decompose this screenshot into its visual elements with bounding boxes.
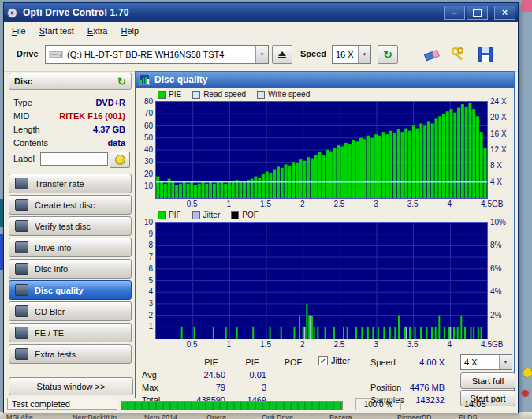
- taskbar-item[interactable]: Pazera: [329, 413, 352, 419]
- sidebar-button-label: Transfer rate: [35, 179, 84, 189]
- taskbar-item[interactable]: PioneerBD: [397, 413, 432, 419]
- desktop-icon[interactable]: [523, 368, 532, 378]
- axis-tick: 2: [293, 340, 312, 349]
- sidebar-button-label: Create test disc: [35, 200, 95, 210]
- desktop-fragment: [522, 0, 532, 12]
- legend-label: Read speed: [203, 90, 246, 99]
- window-title: Opti Drive Control 1.70: [23, 7, 129, 18]
- stats-col-pof: POF: [279, 357, 307, 367]
- max-pif-value: 3: [230, 383, 266, 392]
- test-speed-select[interactable]: 4 X ▼: [460, 354, 512, 370]
- axis-tick: 4: [440, 200, 459, 208]
- axis-tick: 10: [137, 218, 153, 226]
- chart-icon: [139, 74, 150, 85]
- titlebar: Opti Drive Control 1.70 – ×: [4, 3, 518, 22]
- progress-fill: [121, 402, 342, 410]
- menu-file[interactable]: File: [12, 26, 26, 36]
- sidebar-button-label: Verify test disc: [35, 222, 91, 231]
- progress-bar: [121, 401, 343, 410]
- license-keys-button[interactable]: [447, 43, 471, 66]
- drive-icon: [49, 49, 63, 60]
- axis-tick: 1: [219, 200, 238, 208]
- disc-quality-panel: Disc quality PIERead speedWrite speed PI…: [135, 71, 515, 398]
- sidebar-button-cd-bler[interactable]: CD Bler: [9, 301, 132, 321]
- disc-label-input[interactable]: [40, 152, 108, 166]
- close-button[interactable]: ×: [494, 6, 515, 20]
- verify-test-disc-icon: [15, 220, 28, 232]
- write-label-button[interactable]: [110, 152, 130, 168]
- start-full-button[interactable]: Start full: [460, 372, 515, 389]
- pie-chart: [155, 101, 488, 199]
- axis-tick: 9: [137, 230, 153, 238]
- taskbar-item[interactable]: Nero 2014: [144, 413, 177, 419]
- dropdown-arrow-icon[interactable]: ▼: [358, 46, 370, 63]
- axis-tick: 4: [137, 287, 153, 296]
- dropdown-arrow-icon[interactable]: ▼: [499, 355, 512, 369]
- disc-refresh-icon[interactable]: ↻: [117, 76, 126, 88]
- stats-avg-label: Avg: [142, 370, 157, 380]
- menu-extra[interactable]: Extra: [87, 26, 108, 36]
- sidebar-button-label: Disc info: [35, 264, 68, 274]
- stats-col-pie: PIE: [197, 357, 225, 367]
- disc-type-value: DVD+R: [43, 98, 125, 107]
- sidebar-button-transfer-rate[interactable]: Transfer rate: [9, 174, 132, 193]
- taskbar-item[interactable]: Opti Drive: [262, 413, 293, 419]
- jitter-checkbox[interactable]: ✓ Jitter: [318, 356, 350, 365]
- sidebar-button-extra-tests[interactable]: Extra tests: [9, 344, 132, 364]
- result-speed-value: 4.00 X: [396, 357, 445, 367]
- save-icon: [477, 46, 494, 63]
- refresh-button[interactable]: ↻: [378, 45, 398, 64]
- axis-tick: 3.5: [404, 200, 422, 208]
- taskbar-item[interactable]: Opera: [206, 413, 226, 419]
- axis-tick: GB: [492, 340, 503, 349]
- legend-label: PIE: [169, 90, 181, 99]
- sidebar-button-disc-info[interactable]: Disc info: [9, 259, 132, 279]
- axis-tick: 3.5: [404, 340, 422, 349]
- minimize-icon: –: [452, 7, 457, 18]
- save-button[interactable]: [474, 43, 497, 66]
- sidebar-button-label: Extra tests: [35, 350, 76, 359]
- axis-tick: 8: [137, 241, 153, 249]
- status-window-button[interactable]: Status window >>: [9, 377, 133, 395]
- legend-label: POF: [242, 211, 259, 219]
- taskbar-item[interactable]: NeroBackItUp: [73, 413, 117, 419]
- axis-tick: 10%: [490, 218, 506, 226]
- sidebar-button-label: CD Bler: [35, 307, 65, 316]
- axis-tick: 1: [219, 340, 238, 349]
- dropdown-arrow-icon[interactable]: ▼: [255, 46, 268, 63]
- transfer-rate-icon: [15, 178, 28, 189]
- eject-button[interactable]: [272, 45, 292, 64]
- sidebar-button-fe-te[interactable]: FE / TE: [9, 323, 132, 342]
- minimize-button[interactable]: –: [444, 6, 465, 20]
- disc-length-value: 4.37 GB: [43, 125, 125, 134]
- axis-tick: 3: [366, 340, 385, 349]
- panel-title: Disc quality: [154, 74, 207, 85]
- axis-tick: 0.5: [183, 200, 202, 208]
- axis-tick: 2: [137, 311, 153, 320]
- legend-label: PIF: [169, 211, 181, 219]
- stats-max-label: Max: [142, 383, 158, 392]
- sidebar-button-create-test-disc[interactable]: Create test disc: [9, 195, 132, 215]
- erase-disc-button[interactable]: [420, 43, 444, 66]
- taskbar-item[interactable]: PLDS: [459, 413, 478, 419]
- axis-tick: 4%: [490, 287, 501, 296]
- axis-tick: GB: [492, 200, 503, 208]
- desktop-icon[interactable]: [522, 390, 529, 397]
- legend-swatch: [257, 91, 265, 99]
- checkbox-box[interactable]: ✓: [318, 356, 328, 365]
- sidebar-button-verify-test-disc[interactable]: Verify test disc: [9, 216, 132, 236]
- disc-length-label: Length: [13, 125, 40, 134]
- menu-help[interactable]: Help: [121, 26, 139, 36]
- legend-swatch: [231, 211, 239, 219]
- menubar: File Start test Extra Help: [4, 22, 518, 39]
- speed-select[interactable]: 16 X ▼: [332, 45, 371, 64]
- legend-label: Jitter: [203, 211, 221, 219]
- drive-select[interactable]: (Q:) HL-DT-ST BD-RE WH16NS58 TST4 ▼: [45, 45, 269, 64]
- sidebar-button-drive-info[interactable]: Drive info: [9, 238, 132, 257]
- disc-info-icon: [15, 263, 28, 275]
- cd-bler-icon: [15, 305, 28, 317]
- sidebar-button-disc-quality[interactable]: Disc quality: [9, 280, 132, 300]
- taskbar-item[interactable]: MSI Afte...: [6, 413, 39, 419]
- menu-start-test[interactable]: Start test: [39, 26, 74, 36]
- maximize-button[interactable]: [467, 6, 488, 20]
